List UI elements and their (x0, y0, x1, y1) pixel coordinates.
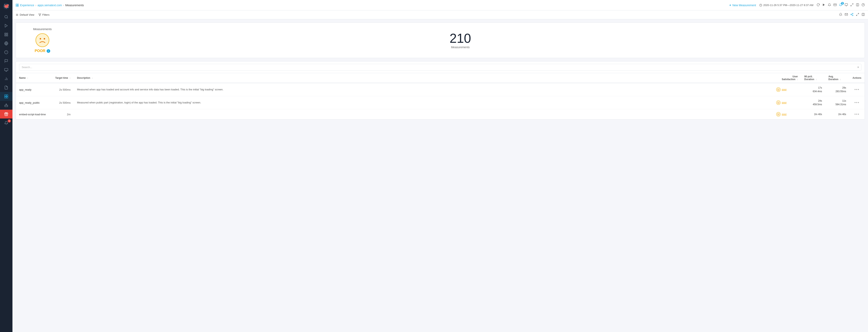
info-icon[interactable]: i (46, 49, 50, 53)
search-wrapper: ▼ (19, 64, 861, 70)
filters-button[interactable]: Filters (38, 13, 50, 16)
sidebar-item-monitor[interactable] (0, 65, 12, 74)
search-input[interactable] (19, 64, 861, 70)
col-header-name[interactable]: Name ↕ (16, 73, 52, 83)
nav-notification-count: 0 (841, 2, 844, 5)
mail-icon[interactable] (833, 3, 837, 7)
experience-nav-icon (16, 4, 19, 7)
sidebar-item-experience[interactable] (0, 92, 12, 101)
svg-rect-5 (5, 33, 6, 34)
display-icon[interactable] (845, 3, 848, 7)
sidebar-logo[interactable]: 🐙 (0, 0, 12, 12)
toolbar-left: Default View Filters (16, 13, 50, 16)
svg-point-26 (6, 104, 6, 104)
svg-point-68 (776, 112, 781, 117)
row-satisfaction-1[interactable]: poor (782, 88, 786, 91)
svg-rect-25 (5, 105, 8, 107)
svg-point-66 (778, 102, 778, 103)
toolbar-right (839, 13, 865, 17)
default-view-button[interactable]: Default View (16, 13, 34, 16)
refresh-button[interactable] (816, 3, 820, 7)
svg-line-55 (858, 13, 859, 14)
svg-point-63 (778, 89, 778, 90)
breadcrumb-site[interactable]: apps.sematext.com (38, 4, 62, 7)
cell-desc-2: Measured when public part (registration,… (74, 96, 773, 109)
col-header-90pct[interactable]: 90 pctl.Duration ↕ (801, 73, 825, 83)
svg-rect-24 (6, 97, 8, 98)
svg-point-62 (776, 88, 781, 92)
cell-90pct-1: 17s634.4ms (801, 83, 825, 96)
datetime-value: 2020-11-26 5:37 PM—2020-11-27 8:37 AM (763, 4, 813, 7)
toolbar-bell-icon[interactable] (839, 13, 842, 17)
col-header-satisfaction[interactable]: UserSatisfaction ↕ (773, 73, 801, 83)
datetime-range[interactable]: 2020-11-26 5:37 PM—2020-11-27 8:37 AM (759, 4, 813, 7)
row-satisfaction-3[interactable]: poor (782, 113, 786, 116)
sort-avg-icon[interactable]: ↕ (840, 78, 841, 80)
svg-line-40 (852, 4, 853, 5)
play-button[interactable] (822, 3, 826, 7)
sort-name-icon[interactable]: ↕ (27, 77, 28, 79)
panels-icon[interactable] (856, 3, 859, 7)
sidebar-item-docs[interactable] (0, 83, 12, 92)
toolbar-panels-icon[interactable] (862, 13, 865, 17)
cell-actions-3: ••• (849, 109, 865, 120)
sort-90pct-icon[interactable]: ↕ (816, 78, 817, 80)
breadcrumb-experience[interactable]: Experience (20, 4, 34, 7)
breadcrumb: Experience › apps.sematext.com › Measure… (16, 4, 84, 7)
sidebar-item-quickstart[interactable] (0, 21, 12, 30)
sidebar-item-flag[interactable] (0, 57, 12, 65)
col-header-description[interactable]: Description ↕ (74, 73, 773, 83)
sidebar-item-robot[interactable] (0, 101, 12, 110)
svg-line-41 (851, 5, 852, 6)
table-card: ▼ Name ↕ Target time ↕ (16, 61, 865, 120)
summary-stats: 210 Measurements (62, 32, 858, 49)
table-header: Name ↕ Target time ↕ Description ↕ Use (16, 73, 865, 83)
toolbar-expand-icon[interactable] (856, 13, 859, 17)
cell-desc-1: Measured when app has loaded and account… (74, 83, 773, 96)
sidebar-item-notifications[interactable]: 1 (0, 119, 12, 127)
help-icon[interactable] (862, 3, 865, 7)
measurements-count: 210 (450, 32, 471, 45)
svg-point-65 (776, 101, 781, 105)
sidebar-item-search[interactable] (0, 12, 12, 21)
svg-marker-36 (823, 4, 825, 6)
sort-satisfaction-icon[interactable]: ↕ (797, 78, 798, 80)
row-actions-button-3[interactable]: ••• (855, 112, 860, 116)
row-satisfaction-2[interactable]: poor (782, 101, 786, 104)
toolbar-share-icon[interactable] (850, 13, 854, 17)
toolbar-mail-icon[interactable] (845, 13, 848, 17)
sort-target-icon[interactable]: ↕ (69, 77, 70, 79)
svg-point-52 (852, 15, 853, 16)
sidebar-item-charts[interactable] (0, 74, 12, 83)
chevron-down-icon: ▼ (857, 66, 859, 69)
expand-icon[interactable] (850, 3, 854, 7)
cell-actions-2: ••• (849, 96, 865, 109)
col-header-avg[interactable]: Avg.Duration ↕ (825, 73, 849, 83)
row-actions-button-2[interactable]: ••• (855, 101, 860, 105)
row-face-icon-3 (776, 112, 781, 117)
row-face-icon-2 (776, 100, 781, 105)
bell-icon[interactable] (828, 3, 831, 7)
sidebar-item-apps[interactable] (0, 30, 12, 39)
notification-count-btn[interactable]: 0 (839, 3, 842, 7)
logo-icon: 🐙 (3, 3, 10, 10)
svg-line-53 (851, 15, 852, 15)
svg-point-64 (779, 89, 779, 90)
cell-90pct-3: 2m 40s (801, 109, 825, 120)
sidebar-item-globe[interactable] (0, 39, 12, 48)
svg-rect-23 (5, 97, 6, 98)
table-row: embed-script-load-time 2m (16, 109, 865, 120)
avg-header-text: Avg.Duration (829, 75, 838, 81)
row-actions-button-1[interactable]: ••• (855, 88, 860, 92)
breadcrumb-current: Measurements (65, 4, 84, 7)
sidebar-item-alerts[interactable] (0, 48, 12, 57)
cell-target-3: 2m (52, 109, 74, 120)
main-content: Experience › apps.sematext.com › Measure… (12, 0, 868, 332)
col-header-target[interactable]: Target time ↕ (52, 73, 74, 83)
topnav-actions: 0 (816, 3, 865, 7)
new-measurement-button[interactable]: + New Measurement (730, 3, 756, 7)
svg-marker-49 (38, 14, 41, 16)
sidebar-item-gift[interactable] (0, 110, 12, 119)
breadcrumb-sep-1: › (35, 4, 36, 7)
sort-desc-icon[interactable]: ↕ (92, 77, 93, 79)
